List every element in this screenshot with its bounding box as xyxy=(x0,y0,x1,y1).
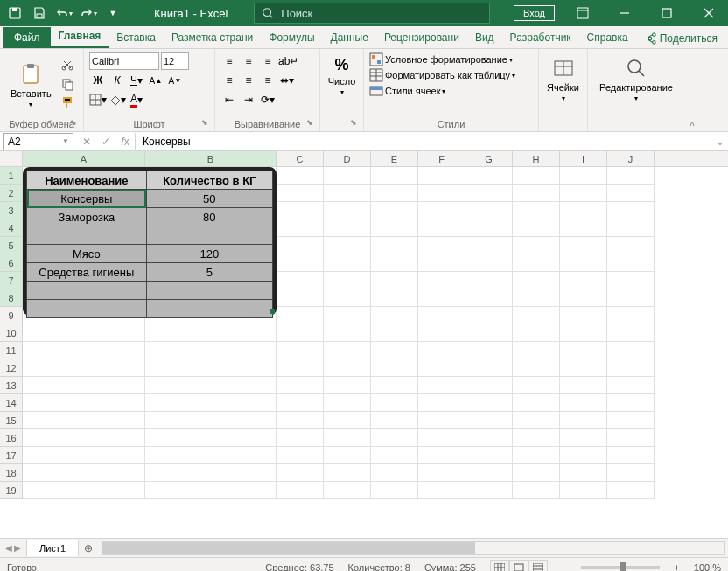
cell[interactable] xyxy=(371,185,418,202)
cell[interactable] xyxy=(371,167,418,185)
align-right-button[interactable]: ≡ xyxy=(259,72,276,89)
cell[interactable] xyxy=(145,429,276,447)
sheet-nav-first-icon[interactable]: ◀ xyxy=(5,543,12,553)
cell[interactable] xyxy=(418,464,466,482)
cell[interactable] xyxy=(145,377,276,394)
cell[interactable] xyxy=(418,447,466,464)
cell[interactable] xyxy=(607,307,654,324)
font-color-button[interactable]: A▾ xyxy=(128,91,145,108)
font-size-select[interactable] xyxy=(161,52,189,70)
cell[interactable] xyxy=(23,167,145,185)
cell[interactable] xyxy=(466,324,513,342)
cell[interactable] xyxy=(371,219,418,237)
zoom-out-button[interactable]: − xyxy=(562,562,567,572)
tab-формулы[interactable]: Формулы xyxy=(261,27,322,48)
tab-вставка[interactable]: Вставка xyxy=(108,27,164,48)
view-normal-button[interactable] xyxy=(490,560,509,572)
conditional-format-button[interactable]: Условное форматирование▾ xyxy=(369,52,533,66)
cell[interactable] xyxy=(145,289,276,307)
indent-increase-button[interactable]: ⇥ xyxy=(240,91,257,108)
cells-button[interactable]: Ячейки ▾ xyxy=(544,52,582,106)
cell[interactable] xyxy=(513,412,560,429)
cell[interactable] xyxy=(23,254,145,272)
cell[interactable] xyxy=(607,377,654,394)
col-header[interactable]: H xyxy=(513,151,560,166)
cell[interactable] xyxy=(324,254,371,272)
cell[interactable] xyxy=(145,254,276,272)
cell[interactable] xyxy=(145,185,276,202)
cell[interactable] xyxy=(324,324,371,342)
cell[interactable] xyxy=(513,219,560,237)
search-box[interactable]: Поиск xyxy=(254,3,490,24)
cell[interactable] xyxy=(23,359,145,377)
row-header[interactable]: 16 xyxy=(0,429,23,447)
clipboard-launcher-icon[interactable]: ⬊ xyxy=(70,118,80,129)
row-header[interactable]: 11 xyxy=(0,342,23,359)
cell[interactable] xyxy=(560,447,607,464)
cell[interactable] xyxy=(324,202,371,219)
row-header[interactable]: 13 xyxy=(0,377,23,394)
row-header[interactable]: 6 xyxy=(0,254,23,272)
number-button[interactable]: % Число ▾ xyxy=(326,52,358,100)
cell[interactable] xyxy=(560,254,607,272)
cell[interactable] xyxy=(607,219,654,237)
cell[interactable] xyxy=(560,272,607,289)
cell[interactable] xyxy=(23,394,145,412)
wrap-text-button[interactable]: ab↵ xyxy=(278,52,298,70)
cell[interactable] xyxy=(513,289,560,307)
cell[interactable] xyxy=(513,307,560,324)
cell[interactable] xyxy=(560,359,607,377)
cell[interactable] xyxy=(513,342,560,359)
add-sheet-button[interactable]: ⊕ xyxy=(79,542,98,554)
row-header[interactable]: 8 xyxy=(0,289,23,307)
cell[interactable] xyxy=(418,219,466,237)
cell[interactable] xyxy=(371,412,418,429)
row-header[interactable]: 3 xyxy=(0,202,23,219)
view-break-button[interactable] xyxy=(528,560,548,572)
cell[interactable] xyxy=(276,185,324,202)
row-header[interactable]: 9 xyxy=(0,307,23,324)
merge-button[interactable]: ⬌▾ xyxy=(278,72,296,89)
cell[interactable] xyxy=(466,237,513,254)
col-header[interactable]: C xyxy=(276,151,324,166)
cell[interactable] xyxy=(607,185,654,202)
collapse-ribbon-icon[interactable]: ʌ xyxy=(684,49,700,131)
cell[interactable] xyxy=(276,464,324,482)
sheet-tab-active[interactable]: Лист1 xyxy=(26,540,79,556)
col-header[interactable]: A xyxy=(23,151,145,166)
col-header[interactable]: E xyxy=(371,151,418,166)
cell[interactable] xyxy=(466,289,513,307)
indent-decrease-button[interactable]: ⇤ xyxy=(220,91,238,108)
cell[interactable] xyxy=(607,482,654,499)
cell[interactable] xyxy=(145,447,276,464)
cell[interactable] xyxy=(324,272,371,289)
cell[interactable] xyxy=(324,482,371,499)
cut-button[interactable] xyxy=(59,56,76,73)
align-top-button[interactable]: ≡ xyxy=(220,52,238,70)
cell[interactable] xyxy=(324,447,371,464)
cell[interactable] xyxy=(560,482,607,499)
cell[interactable] xyxy=(23,377,145,394)
cell[interactable] xyxy=(607,202,654,219)
cell[interactable] xyxy=(276,254,324,272)
cell[interactable] xyxy=(466,464,513,482)
cell[interactable] xyxy=(466,219,513,237)
cell[interactable] xyxy=(145,219,276,237)
col-header[interactable]: B xyxy=(145,151,276,166)
cell[interactable] xyxy=(23,307,145,324)
maximize-icon[interactable] xyxy=(648,0,686,26)
cell[interactable] xyxy=(23,219,145,237)
cell[interactable] xyxy=(371,464,418,482)
cell[interactable] xyxy=(560,219,607,237)
login-button[interactable]: Вход xyxy=(514,5,555,21)
row-header[interactable]: 7 xyxy=(0,272,23,289)
cell[interactable] xyxy=(466,202,513,219)
cell[interactable] xyxy=(324,219,371,237)
close-icon[interactable] xyxy=(690,0,728,26)
cell[interactable] xyxy=(560,307,607,324)
cell[interactable] xyxy=(418,272,466,289)
row-header[interactable]: 5 xyxy=(0,237,23,254)
row-header[interactable]: 1 xyxy=(0,167,23,185)
cell[interactable] xyxy=(418,342,466,359)
tab-данные[interactable]: Данные xyxy=(323,27,376,48)
